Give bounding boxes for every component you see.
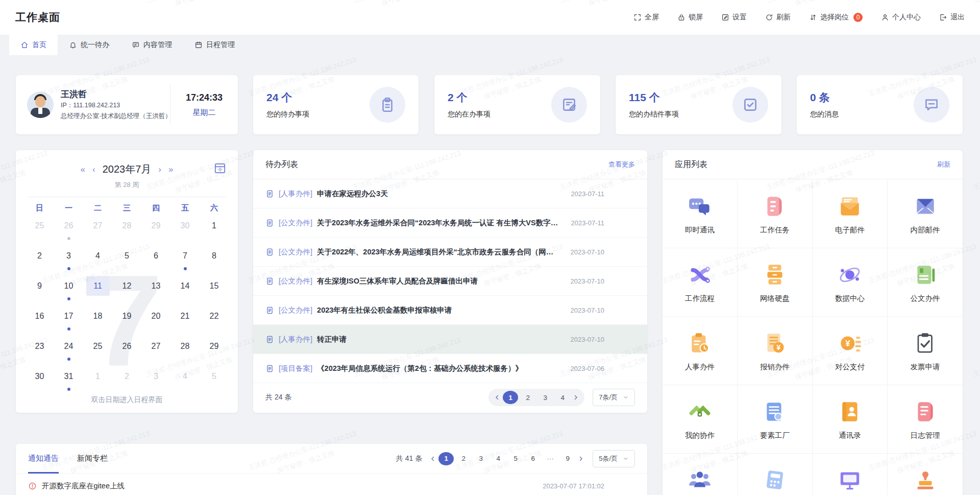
calendar-day[interactable]: 5 [200, 367, 229, 397]
action-fullscreen[interactable]: 全屏 [633, 13, 659, 22]
calendar-today-icon[interactable]: 今 [213, 161, 227, 175]
calendar-day[interactable]: 2 [25, 246, 54, 276]
todo-row[interactable]: [人事办件]申请在家远程办公3天2023-07-11 [253, 179, 647, 208]
calendar-day[interactable]: 7 [170, 246, 200, 276]
calendar-day[interactable]: 23 [25, 337, 54, 367]
app-人事办件[interactable]: 人事办件 [663, 317, 738, 385]
page-button-2[interactable]: 2 [520, 391, 535, 404]
notice-item[interactable]: 开源数字底座在gitee上线 2023-07-07 17:01:02 [16, 474, 647, 495]
todo-row[interactable]: [人事办件]转正申请2023-07-10 [253, 325, 647, 354]
calendar-day[interactable]: 2 [112, 367, 141, 397]
app-通讯录[interactable]: 通讯录 [813, 385, 888, 454]
calendar-day[interactable]: 1 [200, 216, 229, 246]
calendar-day[interactable]: 17 [54, 307, 83, 337]
stat-card-2[interactable]: 115 个您的办结件事项 [616, 75, 781, 134]
page-button-5[interactable]: 5 [508, 452, 523, 465]
calendar-day[interactable]: 10 [54, 276, 83, 307]
stat-card-0[interactable]: 24 个您的待办事项 [253, 75, 419, 134]
calendar-day[interactable]: 14 [170, 276, 200, 307]
todo-row[interactable]: [项目备案]《2023年局信息系统运行（第2包：基础办公系统技术服务）》2023… [253, 354, 647, 383]
calendar-day[interactable]: 9 [25, 276, 54, 307]
tab-home[interactable]: 首页 [9, 35, 58, 55]
todo-row[interactable]: [公文办件]2023年有生社保公积金基数申报审核申请2023-07-10 [253, 296, 647, 325]
page-button-6[interactable]: 6 [525, 452, 541, 465]
calendar-day[interactable]: 22 [200, 307, 229, 337]
app-公文办件[interactable]: 公文办件 [888, 248, 963, 317]
next-page-button[interactable] [577, 455, 584, 462]
app-电子邮件[interactable]: 电子邮件 [813, 180, 888, 248]
app-item[interactable] [738, 454, 813, 495]
tab-schedule-mgmt[interactable]: 日程管理 [183, 35, 246, 55]
calendar-day[interactable]: 28 [170, 337, 200, 367]
action-lock-screen[interactable]: 锁屏 [677, 13, 703, 22]
page-button-3[interactable]: 3 [537, 391, 553, 404]
app-要素工厂[interactable]: 要素工厂 [738, 385, 813, 454]
calendar-day[interactable]: 16 [25, 307, 54, 337]
app-数据中心[interactable]: 数据中心 [813, 248, 888, 317]
calendar-day[interactable]: 18 [83, 307, 112, 337]
prev-page-button[interactable] [429, 455, 436, 462]
app-我的协作[interactable]: 我的协作 [663, 385, 738, 454]
app-发票申请[interactable]: 发票申请 [888, 317, 963, 385]
calendar-day[interactable]: 26 [112, 337, 141, 367]
todo-page-size-select[interactable]: 7条/页 [593, 389, 635, 406]
calendar-day[interactable]: 20 [141, 307, 170, 337]
prev-month-button[interactable]: ‹ [92, 164, 95, 175]
calendar-day[interactable]: 15 [200, 276, 229, 307]
app-网络硬盘[interactable]: 网络硬盘 [738, 248, 813, 317]
calendar-day[interactable]: 12 [112, 276, 141, 307]
calendar-day[interactable]: 1 [83, 367, 112, 397]
page-button-2[interactable]: 2 [456, 452, 471, 465]
action-refresh[interactable]: 刷新 [765, 13, 791, 22]
app-日志管理[interactable]: 日志管理 [888, 385, 963, 454]
app-即时通讯[interactable]: 即时通讯 [663, 180, 738, 248]
calendar-day[interactable]: 27 [83, 216, 112, 246]
action-profile[interactable]: 个人中心 [881, 13, 921, 22]
app-item[interactable] [888, 454, 963, 495]
next-page-button[interactable] [572, 394, 579, 401]
todo-row[interactable]: [公文办件]关于2023年水务运维外采合同“2023年水务局统一认证 有生博大V… [253, 208, 647, 238]
calendar-day[interactable]: 3 [141, 367, 170, 397]
calendar-day[interactable]: 29 [200, 337, 229, 367]
page-button-9[interactable]: 9 [560, 452, 575, 465]
calendar-day[interactable]: 30 [25, 367, 54, 397]
next-month-button[interactable]: › [158, 164, 161, 175]
next-year-button[interactable]: » [168, 164, 173, 175]
notice-tab-notices[interactable]: 通知通告 [28, 444, 59, 474]
app-item[interactable] [663, 454, 738, 495]
action-select-post[interactable]: 选择岗位0 [809, 13, 863, 22]
prev-page-button[interactable] [494, 394, 501, 401]
calendar-day[interactable]: 8 [200, 246, 229, 276]
todo-row[interactable]: [公文办件]有生深境ISO三体系年审人员配合及牌匾借出申请2023-07-10 [253, 267, 647, 296]
calendar-day[interactable]: 25 [25, 216, 54, 246]
calendar-day[interactable]: 4 [170, 367, 200, 397]
app-item[interactable] [813, 454, 888, 495]
todo-row[interactable]: [公文办件]关于2022年、2023年水务局运维项目外采“北京市政务云服务合同（… [253, 238, 647, 267]
calendar-day[interactable]: 24 [54, 337, 83, 367]
stat-card-1[interactable]: 2 个您的在办事项 [434, 75, 600, 134]
app-工作任务[interactable]: 工作任务 [738, 180, 813, 248]
stat-card-3[interactable]: 0 条您的消息 [797, 75, 963, 134]
calendar-day[interactable]: 21 [170, 307, 200, 337]
page-button-4[interactable]: 4 [491, 452, 506, 465]
page-button-4[interactable]: 4 [555, 391, 570, 404]
calendar-day[interactable]: 3 [54, 246, 83, 276]
notice-tab-news[interactable]: 新闻专栏 [77, 444, 108, 474]
app-工作流程[interactable]: 工作流程 [663, 248, 738, 317]
action-settings[interactable]: 设置 [721, 13, 747, 22]
calendar-day[interactable]: 29 [141, 216, 170, 246]
calendar-day[interactable]: 5 [112, 246, 141, 276]
action-logout[interactable]: 退出 [939, 13, 965, 22]
calendar-day[interactable]: 31 [54, 367, 83, 397]
app-对公支付[interactable]: ¥对公支付 [813, 317, 888, 385]
app-内部邮件[interactable]: 内部邮件 [888, 180, 963, 248]
calendar-day[interactable]: 30 [170, 216, 200, 246]
calendar-day[interactable]: 19 [112, 307, 141, 337]
page-button-1[interactable]: 1 [503, 391, 518, 404]
page-button-1[interactable]: 1 [438, 452, 454, 465]
page-button-3[interactable]: 3 [473, 452, 488, 465]
prev-year-button[interactable]: « [81, 164, 85, 175]
calendar-day[interactable]: 6 [141, 246, 170, 276]
view-more-link[interactable]: 查看更多 [608, 160, 635, 169]
calendar-day[interactable]: 26 [54, 216, 83, 246]
